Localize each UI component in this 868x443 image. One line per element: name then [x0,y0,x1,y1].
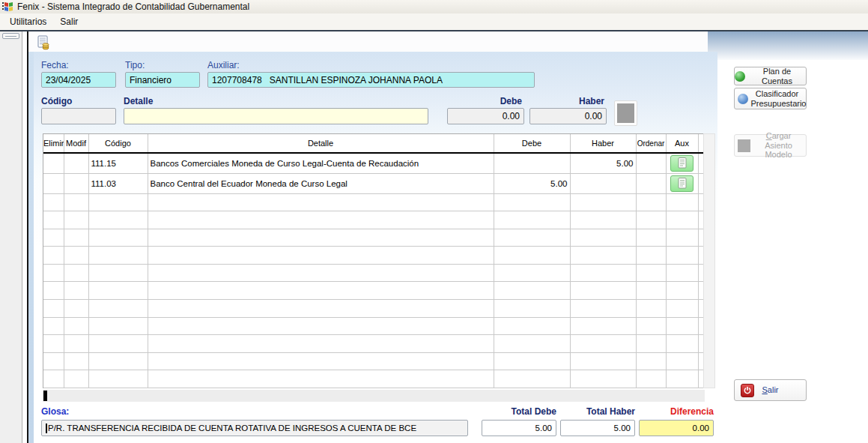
table-cell-empty[interactable] [636,229,666,247]
table-cell-empty[interactable] [43,229,64,247]
table-cell-empty[interactable] [43,264,64,282]
table-row-empty[interactable] [43,282,703,300]
table-header-elimin[interactable]: Elimin [43,134,64,153]
table-cell-empty[interactable] [64,335,88,353]
table-cell-debe[interactable]: 5.00 [494,173,570,193]
table-row-empty[interactable] [43,264,703,282]
table-cell-empty[interactable] [636,211,666,229]
table-cell-empty[interactable] [494,211,570,229]
table-header-debe[interactable]: Debe [494,134,570,153]
salir-button[interactable]: Salir [734,379,807,401]
table-cell-empty[interactable] [494,352,570,370]
table-row-empty[interactable] [43,247,703,265]
table-cell-empty[interactable] [570,335,636,353]
table-cell-codigo[interactable]: 111.15 [88,153,148,173]
table-cell-empty[interactable] [636,352,666,370]
menu-item-salir[interactable]: Salir [53,14,85,29]
table-cell-empty[interactable] [636,264,666,282]
debe-input[interactable]: 0.00 [447,108,524,124]
table-cell-empty[interactable] [570,300,636,318]
table-row-empty[interactable] [43,352,703,370]
table-cell-empty[interactable] [88,229,148,247]
table-cell-ordenar[interactable] [636,153,666,173]
table-cell-empty[interactable] [64,193,88,211]
table-row-empty[interactable] [43,211,703,229]
table-cell-empty[interactable] [698,247,703,265]
table-cell-empty[interactable] [698,352,703,370]
table-cell-empty[interactable] [88,211,148,229]
table-cell-empty[interactable] [666,282,698,300]
table-cell-ordenar[interactable] [636,173,666,193]
entry-action-button[interactable] [614,100,637,126]
table-cell-empty[interactable] [148,247,494,265]
table-cell-empty[interactable] [494,335,570,353]
table-header-modif[interactable]: Modif [64,134,88,153]
table-cell-empty[interactable] [88,335,148,353]
table-cell-aux[interactable] [666,173,698,193]
table-cell-empty[interactable] [698,193,703,211]
table-cell-empty[interactable] [494,317,570,335]
table-row-empty[interactable] [43,370,703,388]
table-cell-empty[interactable] [494,300,570,318]
codigo-input[interactable] [41,108,116,124]
table-cell-empty[interactable] [698,229,703,247]
table-cell-empty[interactable] [148,352,494,370]
table-cell-empty[interactable] [636,335,666,353]
table-cell-empty[interactable] [698,282,703,300]
table-cell-empty[interactable] [148,300,494,318]
table-cell-empty[interactable] [43,193,64,211]
table-cell-empty[interactable] [666,264,698,282]
table-cell-empty[interactable] [148,282,494,300]
table-cell-empty[interactable] [666,370,698,388]
table-header-detalle[interactable]: Detalle [148,134,494,153]
table-cell-elimin[interactable] [43,153,64,173]
table-cell-empty[interactable] [64,229,88,247]
table-cell-empty[interactable] [666,211,698,229]
table-header-haber[interactable]: Haber [570,134,636,153]
table-cell-empty[interactable] [698,335,703,353]
table-cell-empty[interactable] [88,300,148,318]
table-cell-empty[interactable] [88,282,148,300]
table-cell-empty[interactable] [64,211,88,229]
table-cell-modif[interactable] [64,153,88,173]
table-cell-detalle[interactable]: Banco Central del Ecuador Moneda de Curs… [148,173,494,193]
table-cell-empty[interactable] [636,193,666,211]
table-cell-empty[interactable] [698,300,703,318]
table-cell-empty[interactable] [570,317,636,335]
table-cell-empty[interactable] [88,247,148,265]
glosa-input[interactable]: P/R. TRANSFERENCIA RECIBIDA DE CUENTA RO… [41,420,468,436]
table-header-ordenar[interactable]: Ordenar [636,134,666,153]
table-cell-empty[interactable] [88,370,148,388]
auxiliar-field[interactable]: 1207708478 SANTILLAN ESPINOZA JOHANNA PA… [207,72,535,88]
table-cell-empty[interactable] [43,282,64,300]
table-cell-empty[interactable] [698,317,703,335]
table-cell-empty[interactable] [64,370,88,388]
table-header-aux[interactable]: Aux [666,134,698,153]
clasificador-presupuestario-button[interactable]: Clasificador Presupuestario [734,88,807,109]
table-cell-empty[interactable] [64,282,88,300]
table-cell-empty[interactable] [64,247,88,265]
table-cell-detalle[interactable]: Bancos Comerciales Moneda de Curso Legal… [148,153,494,173]
table-cell-empty[interactable] [570,247,636,265]
table-cell-debe[interactable] [494,153,570,173]
fecha-field[interactable]: 23/04/2025 [41,72,116,88]
plan-de-cuentas-button[interactable]: Plan de Cuentas [734,67,807,85]
table-cell-empty[interactable] [148,211,494,229]
aux-button[interactable] [670,155,694,172]
panel-grip[interactable] [2,33,19,39]
table-cell-empty[interactable] [88,352,148,370]
table-cell-empty[interactable] [666,193,698,211]
table-cell-empty[interactable] [494,282,570,300]
table-row-empty[interactable] [43,193,703,211]
table-row-empty[interactable] [43,229,703,247]
table-cell-empty[interactable] [88,264,148,282]
table-cell-empty[interactable] [43,211,64,229]
table-row[interactable]: 111.15Bancos Comerciales Moneda de Curso… [43,153,703,173]
table-header-codigo[interactable]: Código [88,134,148,153]
table-cell-aux[interactable] [666,153,698,173]
table-cell-empty[interactable] [636,247,666,265]
table-cell-empty[interactable] [88,317,148,335]
table-cell-empty[interactable] [636,317,666,335]
detalle-input[interactable] [124,108,428,124]
table-cell-empty[interactable] [43,352,64,370]
